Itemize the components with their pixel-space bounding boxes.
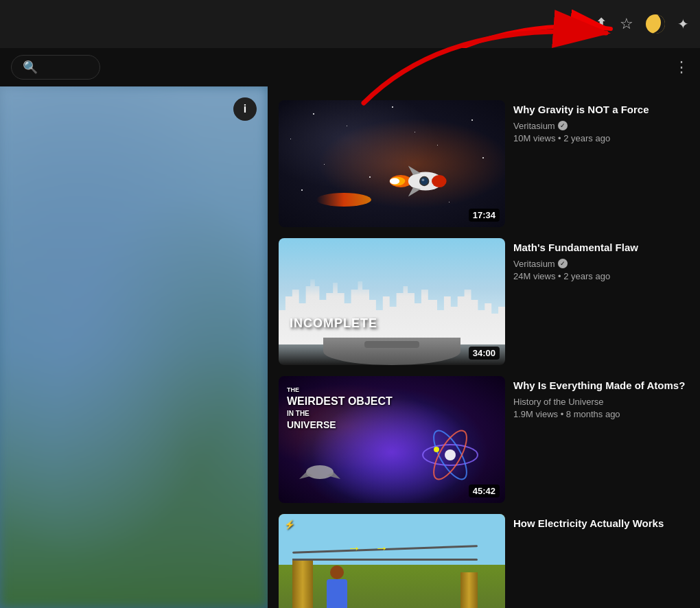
thumbnail: 17:34	[279, 100, 505, 227]
video-title: How Electricity Actually Works	[513, 517, 689, 530]
svg-point-5	[432, 175, 447, 187]
list-item[interactable]: THE WEIRDEST OBJECT IN THE UNIVERSE	[268, 371, 700, 508]
svg-point-10	[422, 178, 425, 181]
channel-row: Veritasium ✓	[513, 121, 689, 131]
incomplete-label: INCOMPLETE	[290, 316, 377, 331]
background-blur	[0, 86, 268, 608]
svg-point-11	[445, 449, 456, 460]
extensions-icon[interactable]: ✦	[677, 16, 689, 32]
more-options-button[interactable]: ⋮	[674, 58, 689, 76]
svg-point-9	[421, 178, 428, 185]
video-info: How Electricity Actually Works	[513, 514, 689, 608]
video-meta: 1.9M views • 8 months ago	[513, 409, 689, 419]
video-title: Math's Fundamental Flaw	[513, 241, 689, 255]
search-box[interactable]: 🔍	[11, 55, 100, 80]
bookmark-icon[interactable]: ☆	[620, 15, 633, 33]
city-skyline	[279, 276, 505, 344]
separator: •	[561, 409, 566, 419]
download-icon[interactable]: ⬇	[570, 15, 583, 33]
video-title: Why Gravity is NOT a Force	[513, 103, 689, 117]
list-item[interactable]: INCOMPLETE 34:00 Math's Fundamental Flaw…	[268, 233, 700, 371]
channel-name[interactable]: Veritasium	[513, 259, 555, 269]
left-panel: i	[0, 86, 268, 608]
channel-name[interactable]: History of the Universe	[513, 397, 604, 407]
channel-name[interactable]: Veritasium	[513, 121, 555, 131]
thumbnail: → → ⚡	[279, 514, 505, 608]
rocket-image	[388, 163, 450, 200]
video-age: 2 years ago	[563, 271, 610, 281]
duration-badge: 34:00	[469, 347, 500, 360]
info-badge[interactable]: i	[233, 97, 257, 121]
youtube-header: 🔍 ⋮	[0, 48, 700, 86]
list-item[interactable]: → → ⚡ How Electricity Actually Works	[268, 508, 700, 608]
video-info: Why Is Everything Made of Atoms? History…	[513, 376, 689, 503]
dark-mode-icon[interactable]	[646, 14, 665, 34]
separator: •	[558, 271, 563, 281]
main-content: i	[0, 86, 700, 608]
view-count: 1.9M views	[513, 409, 558, 419]
video-title: Why Is Everything Made of Atoms?	[513, 379, 689, 393]
thumbnail: INCOMPLETE 34:00	[279, 238, 505, 365]
duration-badge: 45:42	[469, 484, 500, 498]
video-list: 17:34 Why Gravity is NOT a Force Veritas…	[268, 86, 700, 608]
svg-point-16	[306, 465, 334, 479]
channel-row: History of the Universe	[513, 397, 689, 407]
separator: •	[558, 133, 563, 143]
list-item[interactable]: 17:34 Why Gravity is NOT a Force Veritas…	[268, 95, 700, 233]
view-count: 24M views	[513, 271, 555, 281]
video-info: Why Gravity is NOT a Force Veritasium ✓ …	[513, 100, 689, 227]
video-meta: 10M views • 2 years ago	[513, 133, 689, 143]
share-icon[interactable]: ⬆	[595, 15, 607, 33]
video-age: 8 months ago	[566, 409, 620, 419]
thumbnail: THE WEIRDEST OBJECT IN THE UNIVERSE	[279, 376, 505, 503]
channel-row: Veritasium ✓	[513, 259, 689, 269]
video-meta: 24M views • 2 years ago	[513, 271, 689, 281]
video-age: 2 years ago	[563, 133, 610, 143]
browser-toolbar: ⬇ ⬆ ☆ ✦	[0, 0, 700, 48]
verified-icon: ✓	[558, 259, 568, 268]
video-info: Math's Fundamental Flaw Veritasium ✓ 24M…	[513, 238, 689, 365]
verified-icon: ✓	[558, 121, 568, 130]
view-count: 10M views	[513, 133, 555, 143]
duration-badge: 17:34	[469, 209, 500, 222]
svg-point-15	[434, 447, 439, 452]
svg-point-3	[390, 178, 399, 185]
search-icon: 🔍	[23, 60, 38, 75]
